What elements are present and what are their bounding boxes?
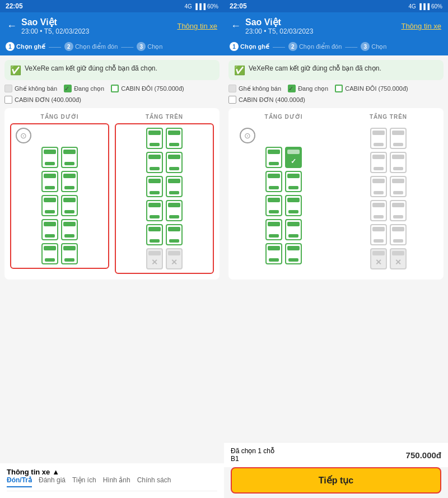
step-num-3-right: 3 [361,42,370,51]
step-label-1-left: Chọn ghế [16,43,45,50]
step-2-right: 2 Chọn điểm đón [288,42,342,51]
upper-seats-right: ✕ ✕ [343,128,433,269]
legend-cabin-doi-left: CABIN ĐÔI (750.000đ) [111,85,184,92]
seat[interactable] [390,176,407,197]
seat[interactable] [61,147,78,168]
notice-text-left: VeXeRe cam kết giữ đúng chỗ bạn đã chọn. [25,64,157,72]
seat[interactable] [285,171,302,192]
notice-text-right: VeXeRe cam kết giữ đúng chỗ bạn đã chọn. [249,64,381,72]
seat[interactable] [166,152,183,173]
signal-icon: 4G [184,3,192,10]
trip-title-left: Sao Việt [21,17,89,27]
legend-unavailable-left: Ghế không bán [4,85,57,92]
seat[interactable] [285,243,302,264]
seat-row: ✕ ✕ [343,248,433,269]
upper-floor-left: TẦNG TRÊN [115,114,214,274]
seat[interactable] [61,243,78,264]
seat[interactable] [390,128,407,149]
back-button-right[interactable]: ← [231,20,241,32]
battery-icon: 60% [207,3,218,10]
content-right: ✅ VeXeRe cam kết giữ đúng chỗ bạn đã chọ… [224,55,448,442]
legend-box-don-right [228,96,236,104]
seat[interactable] [166,128,183,149]
driver-icon-right: ⊙ [239,128,329,143]
seat[interactable] [41,147,58,168]
upper-floor-title-right: TẦNG TRÊN [339,114,438,120]
content-left: ✅ VeXeRe cam kết giữ đúng chỗ bạn đã chọ… [0,55,224,463]
seat[interactable] [265,219,282,240]
seat[interactable] [370,128,387,149]
seat-selected[interactable]: ✓ [285,147,302,168]
seat[interactable] [61,219,78,240]
selected-count-label: Đã chọn 1 chỗ [231,447,274,455]
seat[interactable] [146,200,163,221]
seat[interactable] [146,152,163,173]
tab-chinh-sach-left[interactable]: Chính sách [137,476,171,487]
legend-label-unavailable: Ghế không bán [15,85,57,92]
upper-floor-content-left: ✕ ✕ [115,123,214,274]
seat[interactable] [390,152,407,173]
tab-tien-ich-left[interactable]: Tiện ích [72,476,96,487]
seat[interactable] [146,224,163,245]
seat[interactable] [41,171,58,192]
seat-row [119,128,209,149]
seat[interactable] [265,243,282,264]
legend-box-doi-right [335,85,343,92]
legend-label-sel-right: Đang chọn [298,85,328,92]
legend-box-sel-right: ✓ [288,85,296,92]
tab-hinh-anh-left[interactable]: Hình ảnh [103,476,130,487]
seat[interactable] [370,224,387,245]
notice-left: ✅ VeXeRe cam kết giữ đúng chỗ bạn đã chọ… [4,60,220,80]
seat[interactable] [166,224,183,245]
bottom-info-left: Thông tin xe ▲ Đón/Trả Đánh giá Tiện ích… [0,463,224,498]
seat[interactable] [146,128,163,149]
seat[interactable] [265,195,282,216]
continue-button[interactable]: Tiếp tục [231,467,441,494]
back-button-left[interactable]: ← [7,20,17,32]
status-icons-right: 4G ▐▐▐ 60% [408,3,442,10]
steps-right: 1 Chọn ghế —— 2 Chọn điểm đón —— 3 Chọn [224,40,448,55]
seat-unavailable: ✕ [166,248,183,269]
seat[interactable] [61,195,78,216]
seat[interactable] [370,152,387,173]
notice-right: ✅ VeXeRe cam kết giữ đúng chỗ bạn đã chọ… [228,60,444,80]
header-left: ← Sao Việt 23:00 • T5, 02/03/2023 Thông … [0,12,224,40]
step-dash-2-left: —— [121,43,133,50]
tab-don-tra-left[interactable]: Đón/Trả [7,476,32,487]
step-label-3-right: Chọn [371,43,386,50]
upper-floor-right: TẦNG TRÊN [339,114,438,274]
seat[interactable] [265,147,282,168]
seat[interactable] [41,219,58,240]
seat[interactable] [390,224,407,245]
legend-label-unavail-right: Ghế không bán [239,85,281,92]
seat-row [119,152,209,173]
seat[interactable] [265,171,282,192]
legend-box-unavail-right [228,85,236,92]
step-num-2-left: 2 [64,42,73,51]
bottom-tabs-left: Đón/Trả Đánh giá Tiện ích Hình ảnh Chính… [7,476,217,491]
seat[interactable] [166,176,183,197]
seat[interactable] [285,195,302,216]
lower-seats-left [15,147,105,264]
seat[interactable] [41,195,58,216]
legend-unavailable-right: Ghế không bán [228,85,281,92]
seat-row [343,128,433,149]
seat[interactable] [285,219,302,240]
seat[interactable] [61,171,78,192]
vehicle-info-link-right[interactable]: Thông tin xe [401,22,441,30]
seat[interactable] [166,200,183,221]
vehicle-info-link-left[interactable]: Thông tin xe [177,22,217,30]
seat[interactable] [146,176,163,197]
lower-floor-title-left: TẦNG DƯỚI [10,114,109,120]
seat[interactable] [370,200,387,221]
seat[interactable] [370,176,387,197]
trip-subtitle-left: 23:00 • T5, 02/03/2023 [21,27,89,35]
step-num-3-left: 3 [137,42,146,51]
trip-title-right: Sao Việt [245,17,313,27]
upper-floor-content-right: ✕ ✕ [339,123,438,274]
seat-row [15,243,105,264]
tab-danh-gia-left[interactable]: Đánh giá [39,476,66,487]
seat[interactable] [41,243,58,264]
selected-price: 750.000đ [406,450,441,460]
seat[interactable] [390,200,407,221]
